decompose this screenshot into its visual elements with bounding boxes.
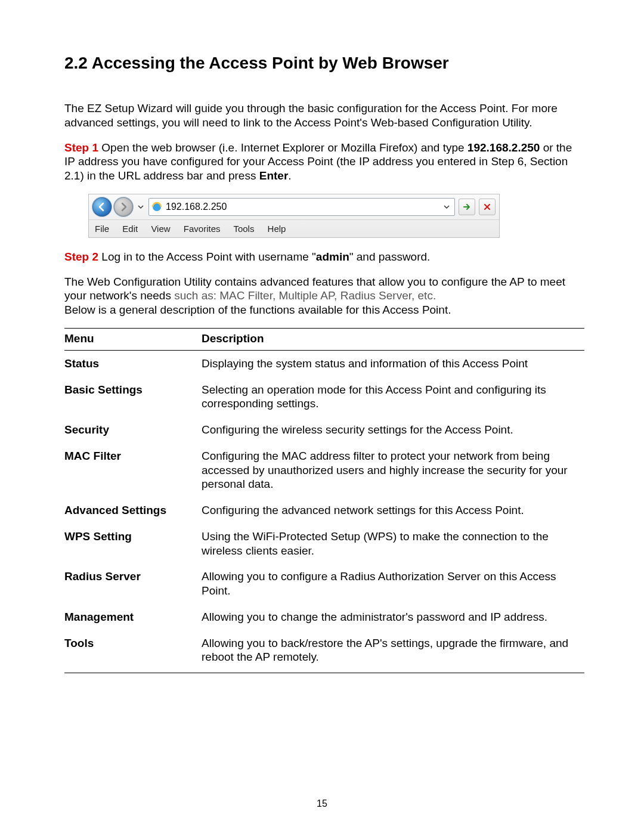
table-row: ManagementAllowing you to change the adm… xyxy=(64,604,584,630)
step-1-ip: 192.168.2.250 xyxy=(467,141,540,154)
table-row: Basic SettingsSelecting an operation mod… xyxy=(64,377,584,417)
step-2-admin: admin xyxy=(316,250,349,263)
address-dropdown[interactable] xyxy=(441,199,452,215)
desc-basic-settings: Selecting an operation mode for this Acc… xyxy=(202,377,584,417)
step-1-paragraph: Step 1 Open the web browser (i.e. Intern… xyxy=(64,141,584,183)
step-1-label: Step 1 xyxy=(64,141,98,154)
menu-basic-settings: Basic Settings xyxy=(64,377,202,417)
th-menu: Menu xyxy=(64,328,202,350)
step-2-label: Step 2 xyxy=(64,250,98,263)
desc-mac-filter: Configuring the MAC address filter to pr… xyxy=(202,443,584,497)
section-heading: 2.2 Accessing the Access Point by Web Br… xyxy=(64,54,584,73)
step-1-text-a: Open the web browser (i.e. Internet Expl… xyxy=(98,141,467,154)
step-1-period: . xyxy=(288,169,291,182)
intro-paragraph: The EZ Setup Wizard will guide you throu… xyxy=(64,101,584,130)
browser-toolbar: File Edit View Favorites Tools Help xyxy=(88,194,500,238)
desc-management: Allowing you to change the administrator… xyxy=(202,604,584,630)
address-bar[interactable] xyxy=(148,198,455,216)
menu-tools: Tools xyxy=(64,630,202,673)
stop-button[interactable] xyxy=(479,199,496,215)
go-button[interactable] xyxy=(459,199,475,215)
nav-dropdown[interactable] xyxy=(137,203,144,210)
forward-button[interactable] xyxy=(114,197,133,216)
step-2-text-b: " and password. xyxy=(349,250,431,263)
page-number: 15 xyxy=(0,798,644,809)
menu-mac-filter: MAC Filter xyxy=(64,443,202,497)
ie-icon xyxy=(151,202,162,212)
paragraph-3: The Web Configuration Utility contains a… xyxy=(64,275,584,317)
menu-management: Management xyxy=(64,604,202,630)
menu-view[interactable]: View xyxy=(151,224,170,234)
back-button[interactable] xyxy=(92,197,112,216)
menu-status: Status xyxy=(64,350,202,376)
table-row: Radius ServerAllowing you to configure a… xyxy=(64,563,584,604)
forward-arrow-icon xyxy=(119,202,128,212)
desc-advanced-settings: Configuring the advanced network setting… xyxy=(202,497,584,524)
step-2-text-a: Log in to the Access Point with username… xyxy=(98,250,316,263)
menu-favorites[interactable]: Favorites xyxy=(184,224,221,234)
desc-status: Displaying the system status and informa… xyxy=(202,350,584,376)
table-row: WPS SettingUsing the WiFi-Protected Setu… xyxy=(64,524,584,564)
menu-advanced-settings: Advanced Settings xyxy=(64,497,202,524)
step-2-paragraph: Step 2 Log in to the Access Point with u… xyxy=(64,250,584,264)
desc-tools: Allowing you to back/restore the AP's se… xyxy=(202,630,584,673)
menu-radius-server: Radius Server xyxy=(64,563,202,604)
para3-gray: such as: MAC Filter, Multiple AP, Radius… xyxy=(174,289,436,302)
browser-menu-bar: File Edit View Favorites Tools Help xyxy=(89,220,499,237)
th-description: Description xyxy=(202,328,584,350)
functions-table: Menu Description StatusDisplaying the sy… xyxy=(64,328,584,673)
menu-tools[interactable]: Tools xyxy=(233,224,254,234)
back-arrow-icon xyxy=(97,202,107,212)
table-row: ToolsAllowing you to back/restore the AP… xyxy=(64,630,584,673)
para3-b: Below is a general description of the fu… xyxy=(64,304,451,316)
go-arrow-icon xyxy=(462,202,472,212)
table-row: StatusDisplaying the system status and i… xyxy=(64,350,584,376)
desc-radius-server: Allowing you to configure a Radius Autho… xyxy=(202,563,584,604)
desc-wps-setting: Using the WiFi-Protected Setup (WPS) to … xyxy=(202,524,584,564)
step-1-enter: Enter xyxy=(259,169,289,182)
chevron-down-icon xyxy=(443,203,450,210)
menu-security: Security xyxy=(64,417,202,443)
desc-security: Configuring the wireless security settin… xyxy=(202,417,584,443)
chevron-down-icon xyxy=(137,203,144,210)
menu-wps-setting: WPS Setting xyxy=(64,524,202,564)
address-input[interactable] xyxy=(166,202,438,212)
table-row: MAC FilterConfiguring the MAC address fi… xyxy=(64,443,584,497)
table-row: SecurityConfiguring the wireless securit… xyxy=(64,417,584,443)
close-icon xyxy=(483,203,491,211)
menu-help[interactable]: Help xyxy=(268,224,286,234)
table-row: Advanced SettingsConfiguring the advance… xyxy=(64,497,584,524)
menu-file[interactable]: File xyxy=(95,224,109,234)
menu-edit[interactable]: Edit xyxy=(122,224,138,234)
